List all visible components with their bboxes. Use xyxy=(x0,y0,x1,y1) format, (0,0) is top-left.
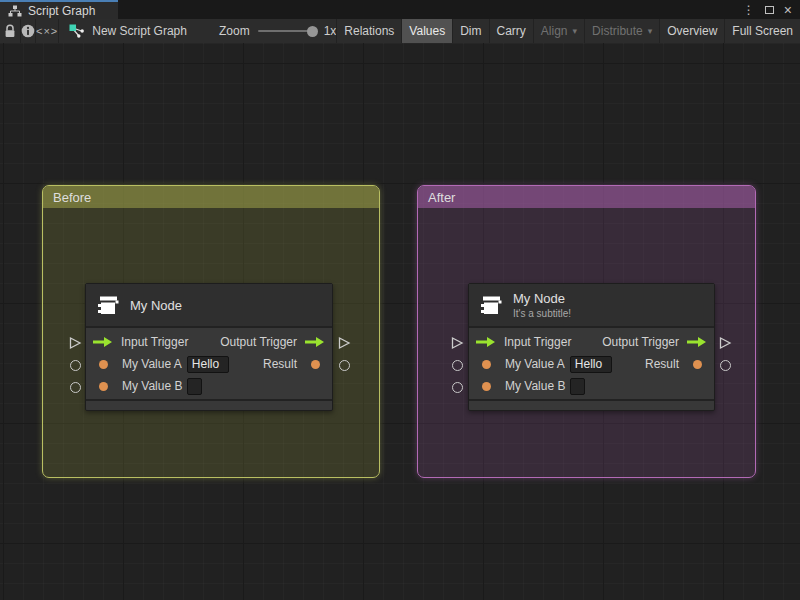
zoom-value: 1x xyxy=(324,24,337,38)
node-header[interactable]: My Node It's a subtitle! xyxy=(469,284,714,328)
fullscreen-button[interactable]: Full Screen xyxy=(724,19,800,43)
external-value-a-port-icon[interactable] xyxy=(70,360,81,371)
node-body: Input Trigger Output Trigger My Value A … xyxy=(469,328,714,399)
window-menu-icon[interactable]: ⋮ xyxy=(743,3,755,17)
maximize-icon[interactable] xyxy=(765,6,774,14)
value-b-port-icon[interactable] xyxy=(482,382,491,391)
value-a-input[interactable] xyxy=(187,356,229,373)
script-graph-window: Script Graph ⋮ × <×> xyxy=(0,0,800,600)
input-trigger-label: Input Trigger xyxy=(121,335,188,349)
close-icon[interactable]: × xyxy=(784,3,792,17)
value-a-input[interactable] xyxy=(570,356,612,373)
value-b-label: My Value B xyxy=(122,379,182,393)
info-icon xyxy=(21,24,35,38)
port-row-triggers: Input Trigger Output Trigger xyxy=(469,331,714,353)
script-graph-icon xyxy=(69,24,85,38)
external-result-port-icon[interactable] xyxy=(720,360,731,371)
port-row-value-b: My Value B xyxy=(86,375,332,397)
lock-button[interactable] xyxy=(0,19,21,43)
node-title: My Node xyxy=(130,298,182,313)
zoom-label: Zoom xyxy=(219,24,250,38)
external-result-port-icon[interactable] xyxy=(339,360,350,371)
node-body: Input Trigger Output Trigger My Value A … xyxy=(86,328,332,399)
external-input-trigger-port-icon[interactable] xyxy=(69,336,82,350)
chevron-down-icon: ▾ xyxy=(648,26,653,36)
external-value-b-port-icon[interactable] xyxy=(70,382,81,393)
zoom-control: Zoom 1x xyxy=(219,19,336,43)
port-row-value-b: My Value B xyxy=(469,375,714,397)
value-a-port-icon[interactable] xyxy=(482,360,491,369)
info-button[interactable] xyxy=(21,19,36,43)
external-value-a-port-icon[interactable] xyxy=(452,360,463,371)
input-trigger-label: Input Trigger xyxy=(504,335,571,349)
value-a-port-icon[interactable] xyxy=(99,360,108,369)
port-row-value-a: My Value A Result xyxy=(469,353,714,375)
group-title: After xyxy=(428,190,455,205)
toolbar-right-buttons: Relations Values Dim Carry Align ▾ Distr… xyxy=(336,19,800,43)
output-trigger-port-icon[interactable] xyxy=(687,336,707,348)
node-subtitle: It's a subtitle! xyxy=(513,308,571,319)
values-button[interactable]: Values xyxy=(401,19,452,43)
external-input-trigger-port-icon[interactable] xyxy=(451,336,464,350)
zoom-slider[interactable] xyxy=(258,30,316,32)
external-value-b-port-icon[interactable] xyxy=(452,382,463,393)
port-row-value-a: My Value A Result xyxy=(86,353,332,375)
unit-node-icon xyxy=(96,293,120,317)
carry-button[interactable]: Carry xyxy=(489,19,533,43)
graph-title: New Script Graph xyxy=(92,24,187,38)
graph-hierarchy-icon xyxy=(8,5,22,17)
value-b-label: My Value B xyxy=(505,379,565,393)
result-label: Result xyxy=(263,357,297,371)
graph-breadcrumb[interactable]: New Script Graph xyxy=(59,19,197,43)
group-before-header[interactable]: Before xyxy=(43,186,379,208)
output-trigger-label: Output Trigger xyxy=(220,335,297,349)
result-label: Result xyxy=(645,357,679,371)
output-trigger-label: Output Trigger xyxy=(602,335,679,349)
node-footer xyxy=(86,399,332,410)
lock-icon xyxy=(4,24,16,38)
value-a-label: My Value A xyxy=(505,357,565,371)
chevron-down-icon: ▾ xyxy=(573,26,578,36)
node-my-node-before[interactable]: My Node Input Trigger Output Trigger My … xyxy=(85,283,333,411)
dim-button[interactable]: Dim xyxy=(452,19,488,43)
value-b-port-icon[interactable] xyxy=(99,382,108,391)
port-row-triggers: Input Trigger Output Trigger xyxy=(86,331,332,353)
input-trigger-port-icon[interactable] xyxy=(93,336,113,348)
node-my-node-after[interactable]: My Node It's a subtitle! Input Trigger O… xyxy=(468,283,715,411)
graph-canvas[interactable]: Before After My Node xyxy=(0,43,800,600)
result-port-icon[interactable] xyxy=(693,360,702,369)
node-title: My Node xyxy=(513,291,571,306)
window-controls: ⋮ × xyxy=(743,0,800,19)
tab-script-graph[interactable]: Script Graph xyxy=(0,0,118,19)
overview-button[interactable]: Overview xyxy=(659,19,724,43)
node-footer xyxy=(469,399,714,410)
group-title: Before xyxy=(53,190,91,205)
tab-title: Script Graph xyxy=(28,4,95,18)
value-b-input[interactable] xyxy=(570,378,585,395)
input-trigger-port-icon[interactable] xyxy=(476,336,496,348)
code-icon: <×> xyxy=(36,25,58,37)
group-after-header[interactable]: After xyxy=(418,186,755,208)
value-b-input[interactable] xyxy=(187,378,202,395)
preview-code-button[interactable]: <×> xyxy=(36,19,59,43)
result-port-icon[interactable] xyxy=(311,360,320,369)
output-trigger-port-icon[interactable] xyxy=(305,336,325,348)
relations-button[interactable]: Relations xyxy=(336,19,401,43)
node-header[interactable]: My Node xyxy=(86,284,332,328)
distribute-dropdown[interactable]: Distribute ▾ xyxy=(584,19,659,43)
graph-toolbar: <×> New Script Graph Zoom 1x Relations V… xyxy=(0,19,800,43)
external-output-trigger-port-icon[interactable] xyxy=(719,336,732,350)
value-a-label: My Value A xyxy=(122,357,182,371)
zoom-slider-handle[interactable] xyxy=(307,26,318,37)
external-output-trigger-port-icon[interactable] xyxy=(338,336,351,350)
tab-bar: Script Graph ⋮ × xyxy=(0,0,800,19)
unit-node-icon xyxy=(479,293,503,317)
align-dropdown[interactable]: Align ▾ xyxy=(533,19,584,43)
